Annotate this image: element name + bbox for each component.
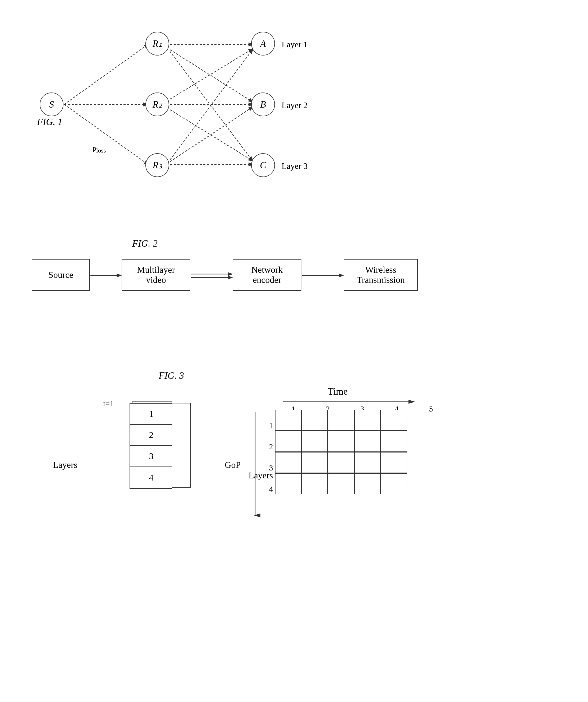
gop-cell-2: 2 [130, 425, 172, 446]
grid-cell-2-5 [381, 431, 407, 452]
node-b-label: B [260, 99, 266, 110]
multilayer-block-label: Multilayer video [137, 265, 175, 285]
svg-line-2 [64, 104, 148, 164]
layer1-label: Layer 1 [282, 40, 308, 49]
grid-cell-2-1 [275, 431, 301, 452]
node-c: C [251, 153, 275, 177]
ploss-label: ploss [93, 144, 106, 154]
network-block: Network encoder [233, 259, 301, 291]
gop-cell-1: 1 [130, 403, 172, 425]
grid-row-1 [275, 410, 407, 431]
grid-cell-4-3 [328, 473, 354, 494]
fig2-container: FIG. 2 Source Multilayer video Network e… [16, 233, 571, 333]
node-s-label: S [49, 99, 54, 110]
gop-label: GoP [225, 460, 240, 470]
grid-cell-3-3 [328, 452, 354, 473]
source-block: Source [32, 259, 90, 291]
grid-cell-4-2 [301, 473, 328, 494]
gop-bracket-svg [169, 403, 227, 488]
wireless-block-label: Wireless Transmission [357, 265, 405, 285]
t1-label: t=1 [103, 399, 114, 408]
node-s: S [40, 93, 64, 116]
fig3-container: FIG. 3 t=1 1 2 3 4 Layers GoP Time [16, 365, 571, 682]
gop-cell-4: 4 [130, 467, 172, 488]
grid-cell-1-2 [301, 410, 328, 431]
grid-cell-1-1 [275, 410, 301, 431]
layer3-label: Layer 3 [282, 161, 308, 171]
node-r3-label: R₃ [153, 160, 162, 171]
layers-down-arrow-svg [247, 410, 263, 521]
grid-cell-2-2 [301, 431, 328, 452]
source-block-label: Source [48, 270, 73, 280]
grid-cell-3-1 [275, 452, 301, 473]
node-r2-label: R₂ [153, 99, 162, 110]
grid-cell-4-5 [381, 473, 407, 494]
grid-cell-3-2 [301, 452, 328, 473]
grid-row-2 [275, 431, 407, 452]
grid-cell-2-4 [354, 431, 381, 452]
time-label: Time [328, 386, 348, 397]
svg-line-9 [170, 50, 253, 160]
node-b: B [251, 93, 275, 116]
svg-line-10 [170, 107, 253, 162]
node-r1-label: R₁ [153, 38, 162, 49]
layer-num-right-4: 4 [267, 478, 275, 499]
grid-cell-4-1 [275, 473, 301, 494]
grid-cell-1-3 [328, 410, 354, 431]
svg-line-5 [170, 51, 253, 161]
svg-line-4 [170, 50, 253, 102]
time-num-5: 5 [418, 404, 444, 414]
grid-cell-1-4 [354, 410, 381, 431]
grid-row-3 [275, 452, 407, 473]
layers-label-right: Layers [249, 470, 273, 480]
layers-label-left: Layers [53, 460, 78, 470]
node-a: A [251, 32, 275, 55]
fig2-caption: FIG. 2 [132, 238, 158, 249]
layer-num-right-2: 2 [267, 436, 275, 457]
wireless-block: Wireless Transmission [344, 259, 418, 291]
layer-num-right-1: 1 [267, 415, 275, 436]
svg-line-8 [170, 110, 253, 161]
grid-cell-4-4 [354, 473, 381, 494]
node-r3: R₃ [145, 153, 169, 177]
node-r1: R₁ [145, 32, 169, 55]
grid-row-4 [275, 473, 407, 494]
fig1-caption: FIG. 1 [37, 116, 63, 127]
large-grid [275, 410, 407, 494]
node-a-label: A [260, 38, 266, 49]
fig3-caption: FIG. 3 [159, 370, 184, 381]
multilayer-block: Multilayer video [122, 259, 190, 291]
node-r2: R₂ [145, 93, 169, 116]
grid-cell-2-3 [328, 431, 354, 452]
fig1-container: S R₁ R₂ R₃ A B C Layer 1 Layer 2 Layer 3… [16, 11, 571, 217]
gop-grid: 1 2 3 4 [129, 403, 172, 489]
gop-cell-3: 3 [130, 446, 172, 467]
layer2-label: Layer 2 [282, 100, 308, 110]
svg-line-6 [170, 49, 253, 99]
grid-cell-1-5 [381, 410, 407, 431]
layer-numbers-right: 1 2 3 4 [267, 415, 275, 499]
grid-cell-3-4 [354, 452, 381, 473]
network-block-label: Network encoder [252, 265, 283, 285]
node-c-label: C [260, 160, 266, 171]
grid-cell-3-5 [381, 452, 407, 473]
svg-line-0 [64, 44, 148, 104]
